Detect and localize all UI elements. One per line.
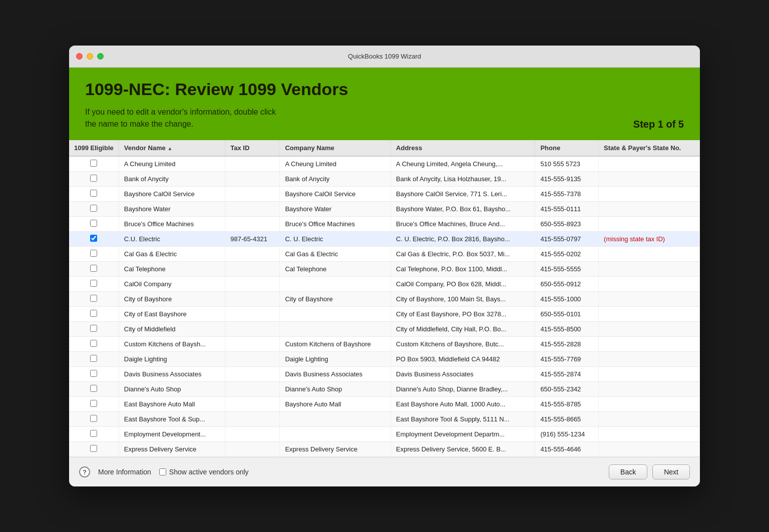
page-title: 1099-NEC: Review 1099 Vendors	[85, 80, 684, 99]
table-row[interactable]: City of MiddlefieldCity of Middlefield, …	[69, 322, 700, 337]
table-row[interactable]: Bank of AnycityBank of AnycityBank of An…	[69, 172, 700, 187]
table-row[interactable]: Express Delivery ServiceExpress Delivery…	[69, 442, 700, 457]
phone-cell: 415-555-4646	[535, 442, 599, 457]
vendor-name-cell[interactable]: Bruce's Office Machines	[119, 217, 225, 232]
table-row[interactable]: Custom Kitchens of Baysh...Custom Kitche…	[69, 337, 700, 352]
company-name-cell: Bayshore Water	[280, 202, 391, 217]
table-row[interactable]: Bruce's Office MachinesBruce's Office Ma…	[69, 217, 700, 232]
back-button[interactable]: Back	[609, 464, 647, 479]
vendor-name-cell[interactable]: East Bayshore Auto Mall	[119, 397, 225, 412]
eligible-checkbox[interactable]	[90, 235, 97, 242]
table-row[interactable]: Bayshore CalOil ServiceBayshore CalOil S…	[69, 187, 700, 202]
state-payer-cell	[599, 262, 700, 277]
tax-id-cell	[225, 442, 280, 457]
state-payer-cell	[599, 277, 700, 292]
col-vendor-name[interactable]: Vendor Name ▲	[119, 140, 225, 156]
table-row[interactable]: Davis Business AssociatesDavis Business …	[69, 367, 700, 382]
state-payer-cell	[599, 172, 700, 187]
eligible-checkbox[interactable]	[90, 370, 97, 377]
maximize-button[interactable]	[97, 53, 104, 60]
table-row[interactable]: City of East BayshoreCity of East Baysho…	[69, 307, 700, 322]
eligible-checkbox[interactable]	[90, 175, 97, 182]
vendor-name-cell[interactable]: Davis Business Associates	[119, 367, 225, 382]
eligible-checkbox[interactable]	[90, 310, 97, 317]
vendor-name-cell[interactable]: Cal Gas & Electric	[119, 247, 225, 262]
table-row[interactable]: Cal Gas & ElectricCal Gas & ElectricCal …	[69, 247, 700, 262]
company-name-cell: Bank of Anycity	[280, 172, 391, 187]
vendor-name-cell[interactable]: Dianne's Auto Shop	[119, 382, 225, 397]
address-cell: Bruce's Office Machines, Bruce And...	[391, 217, 535, 232]
vendor-name-cell[interactable]: A Cheung Limited	[119, 156, 225, 172]
table-row[interactable]: A Cheung LimitedA Cheung LimitedA Cheung…	[69, 156, 700, 172]
help-button[interactable]: ?	[79, 466, 90, 477]
tax-id-cell	[225, 292, 280, 307]
state-payer-cell	[599, 427, 700, 442]
eligible-checkbox[interactable]	[90, 445, 97, 452]
table-row[interactable]: Daigle LightingDaigle LightingPO Box 590…	[69, 352, 700, 367]
eligible-checkbox[interactable]	[90, 400, 97, 407]
table-row[interactable]: CalOil CompanyCalOil Company, PO Box 628…	[69, 277, 700, 292]
table-row[interactable]: Dianne's Auto ShopDianne's Auto ShopDian…	[69, 382, 700, 397]
vendor-name-cell[interactable]: East Bayshore Tool & Sup...	[119, 412, 225, 427]
address-cell: City of Middlefield, City Hall, P.O. Bo.…	[391, 322, 535, 337]
table-row[interactable]: East Bayshore Auto MallBayshore Auto Mal…	[69, 397, 700, 412]
table-row[interactable]: City of BayshoreCity of BayshoreCity of …	[69, 292, 700, 307]
state-payer-cell	[599, 217, 700, 232]
vendor-name-cell[interactable]: Bayshore Water	[119, 202, 225, 217]
vendor-name-cell[interactable]: C.U. Electric	[119, 232, 225, 247]
eligible-checkbox[interactable]	[90, 385, 97, 392]
eligible-checkbox[interactable]	[90, 220, 97, 227]
show-active-checkbox[interactable]	[159, 468, 166, 475]
state-payer-cell	[599, 367, 700, 382]
table-row[interactable]: Employment Development...Employment Deve…	[69, 427, 700, 442]
next-button[interactable]: Next	[652, 464, 690, 479]
checkbox-cell	[69, 292, 119, 307]
vendor-name-cell[interactable]: Custom Kitchens of Baysh...	[119, 337, 225, 352]
vendor-name-cell[interactable]: City of Middlefield	[119, 322, 225, 337]
vendor-name-cell[interactable]: Express Delivery Service	[119, 442, 225, 457]
vendor-name-cell[interactable]: Employment Development...	[119, 427, 225, 442]
vendor-name-cell[interactable]: Bank of Anycity	[119, 172, 225, 187]
table-row[interactable]: C.U. Electric987-65-4321C. U. ElectricC.…	[69, 232, 700, 247]
vendor-name-cell[interactable]: Bayshore CalOil Service	[119, 187, 225, 202]
address-cell: Bank of Anycity, Lisa Holzhauser, 19...	[391, 172, 535, 187]
eligible-checkbox[interactable]	[90, 190, 97, 197]
more-information-link[interactable]: More Information	[98, 468, 151, 476]
eligible-checkbox[interactable]	[90, 295, 97, 302]
eligible-checkbox[interactable]	[90, 160, 97, 167]
vendor-name-cell[interactable]: City of Bayshore	[119, 292, 225, 307]
close-button[interactable]	[76, 53, 83, 60]
eligible-checkbox[interactable]	[90, 415, 97, 422]
checkbox-cell	[69, 156, 119, 172]
address-cell: CalOil Company, PO Box 628, Middl...	[391, 277, 535, 292]
vendor-name-cell[interactable]: CalOil Company	[119, 277, 225, 292]
title-bar: QuickBooks 1099 Wizard	[69, 46, 700, 68]
checkbox-cell	[69, 382, 119, 397]
phone-cell: 415-555-2828	[535, 337, 599, 352]
table-row[interactable]: Bayshore WaterBayshore WaterBayshore Wat…	[69, 202, 700, 217]
eligible-checkbox[interactable]	[90, 280, 97, 287]
company-name-cell: C. U. Electric	[280, 232, 391, 247]
eligible-checkbox[interactable]	[90, 355, 97, 362]
window-title: QuickBooks 1099 Wizard	[348, 53, 421, 60]
eligible-checkbox[interactable]	[90, 265, 97, 272]
eligible-checkbox[interactable]	[90, 250, 97, 257]
vendor-name-cell[interactable]: Daigle Lighting	[119, 352, 225, 367]
address-cell: Employment Development Departm...	[391, 427, 535, 442]
eligible-checkbox[interactable]	[90, 325, 97, 332]
table-row[interactable]: Cal TelephoneCal TelephoneCal Telephone,…	[69, 262, 700, 277]
eligible-checkbox[interactable]	[90, 340, 97, 347]
minimize-button[interactable]	[87, 53, 93, 60]
vendor-name-cell[interactable]: Cal Telephone	[119, 262, 225, 277]
vendor-name-cell[interactable]: City of East Bayshore	[119, 307, 225, 322]
checkbox-cell	[69, 307, 119, 322]
tax-id-cell	[225, 277, 280, 292]
eligible-checkbox[interactable]	[90, 205, 97, 212]
address-cell: Bayshore Water, P.O. Box 61, Baysho...	[391, 202, 535, 217]
eligible-checkbox[interactable]	[90, 430, 97, 437]
col-address: Address	[391, 140, 535, 156]
company-name-cell: Bayshore Auto Mall	[280, 397, 391, 412]
tax-id-cell	[225, 187, 280, 202]
table-row[interactable]: East Bayshore Tool & Sup...East Bayshore…	[69, 412, 700, 427]
phone-cell: 650-555-2342	[535, 382, 599, 397]
